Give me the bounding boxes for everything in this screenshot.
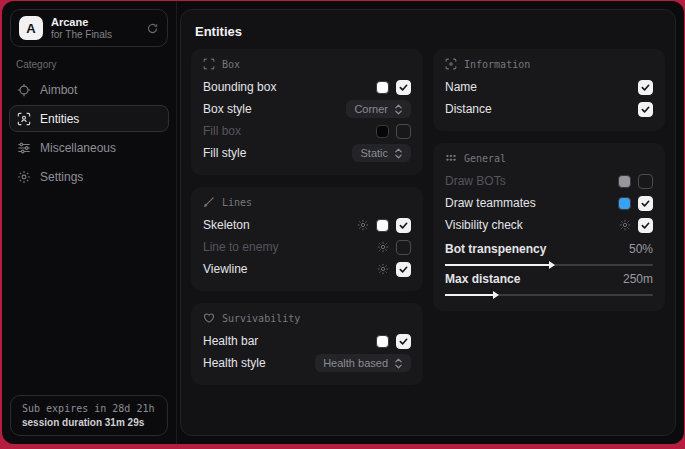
health-style-dropdown[interactable]: Health based [315,354,411,372]
checkbox-distance[interactable] [638,102,653,117]
setting-row-health-style: Health style Health based [203,352,411,374]
sub-expiry-text: Sub expires in 28d 21h [22,403,156,414]
information-card: Information Name Distance [433,49,665,131]
slider-max-distance: Max distance 250m [445,270,653,296]
sidebar-item-settings[interactable]: Settings [9,163,169,190]
setting-row-draw-teammates: Draw teammates [445,192,653,214]
heart-icon [203,312,215,324]
lines-card: Lines Skeleton [191,187,423,291]
setting-row-skeleton: Skeleton [203,214,411,236]
sidebar-item-label: Aimbot [40,83,77,97]
grid-dots-icon [445,152,457,164]
section-header: Information [464,59,530,70]
session-duration-text: session duration 31m 29s [22,417,156,428]
setting-row-fill-box: Fill box [203,120,411,142]
box-style-dropdown[interactable]: Corner [346,100,411,118]
right-column: Information Name Distance [433,49,665,385]
survivability-card: Survivability Health bar [191,303,423,385]
info-scan-icon [445,58,457,70]
setting-row-distance: Distance [445,98,653,120]
checkbox-draw-teammates[interactable] [638,196,653,211]
setting-row-fill-style: Fill style Static [203,142,411,164]
setting-row-visibility-check: Visibility check [445,214,653,236]
scan-person-icon [17,112,31,126]
slider-value: 50% [629,242,653,256]
chevrons-up-down-icon [394,104,403,115]
line-icon [203,196,215,208]
gear-icon[interactable] [377,241,389,253]
subscription-card: Sub expires in 28d 21h session duration … [10,395,168,436]
main-panel: Entities Box [180,9,676,436]
sidebar-item-entities[interactable]: Entities [9,105,169,132]
setting-row-draw-bots: Draw BOTs [445,170,653,192]
general-card: General Draw BOTs Draw teammates [433,143,665,311]
color-swatch[interactable] [376,81,389,94]
chevrons-up-down-icon [394,358,403,369]
page-title: Entities [195,24,665,39]
box-card: Box Bounding box Box [191,49,423,175]
slider-thumb[interactable] [493,291,499,299]
setting-row-box-style: Box style Corner [203,98,411,120]
sidebar-item-label: Settings [40,170,83,184]
sidebar-item-miscellaneous[interactable]: Miscellaneous [9,134,169,161]
setting-row-health-bar: Health bar [203,330,411,352]
app-header-card: A Arcane for The Finals [10,9,168,47]
left-column: Box Bounding box Box [191,49,423,385]
checkbox-skeleton[interactable] [396,218,411,233]
section-header: General [464,153,506,164]
gear-icon[interactable] [619,219,631,231]
sidebar-item-label: Entities [40,112,79,126]
sidebar-nav: Aimbot Entities Miscella [2,76,176,190]
crosshair-icon [17,83,31,97]
setting-row-bounding-box: Bounding box [203,76,411,98]
setting-row-viewline: Viewline [203,258,411,280]
max-distance-slider[interactable] [445,294,653,296]
checkbox-draw-bots[interactable] [638,174,653,189]
slider-bot-transparency: Bot transpenency 50% [445,240,653,266]
gear-icon[interactable] [357,219,369,231]
sliders-icon [17,141,31,155]
setting-row-line-to-enemy: Line to enemy [203,236,411,258]
checkbox-line-to-enemy[interactable] [396,240,411,255]
section-header: Lines [222,197,252,208]
checkbox-visibility-check[interactable] [638,218,653,233]
bot-transparency-slider[interactable] [445,264,653,266]
section-header: Box [222,59,240,70]
color-swatch[interactable] [376,219,389,232]
main-area: Entities Box [177,1,684,444]
color-swatch[interactable] [618,197,631,210]
slider-thumb[interactable] [549,261,555,269]
gear-icon[interactable] [377,263,389,275]
sync-icon[interactable] [146,22,159,35]
section-header: Survivability [222,313,300,324]
checkbox-name[interactable] [638,80,653,95]
app-name: Arcane [51,16,138,29]
chevrons-up-down-icon [394,148,403,159]
gear-icon [17,170,31,184]
slider-value: 250m [623,272,653,286]
color-swatch[interactable] [376,125,389,138]
color-swatch[interactable] [618,175,631,188]
checkbox-fill-box[interactable] [396,124,411,139]
sidebar-item-aimbot[interactable]: Aimbot [9,76,169,103]
setting-row-name: Name [445,76,653,98]
sidebar: A Arcane for The Finals Category Aimbot [2,1,177,444]
checkbox-bounding-box[interactable] [396,80,411,95]
box-corners-icon [203,58,215,70]
app-logo: A [19,16,43,40]
fill-style-dropdown[interactable]: Static [352,144,411,162]
color-swatch[interactable] [376,335,389,348]
app-subtitle: for The Finals [51,29,138,41]
sidebar-item-label: Miscellaneous [40,141,116,155]
category-label: Category [16,59,176,70]
checkbox-health-bar[interactable] [396,334,411,349]
checkbox-viewline[interactable] [396,262,411,277]
app-window: A Arcane for The Finals Category Aimbot [2,1,684,444]
